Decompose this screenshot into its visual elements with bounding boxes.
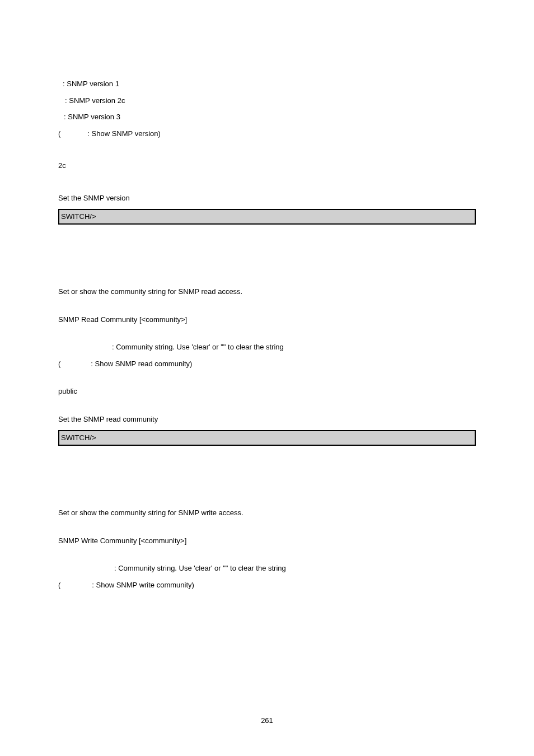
show-read-community-line: (: Show SNMP read community) [58,358,476,370]
default-value-2c: 2c [58,160,476,171]
example-label-set-snmp-version: Set the SNMP version [58,193,476,204]
read-community-syntax: SNMP Read Community [<community>] [58,314,476,325]
read-community-param-desc: : Community string. Use 'clear' or "" to… [58,342,476,353]
default-value-public: public [58,386,476,397]
show-snmp-version-label: : Show SNMP version) [87,129,161,138]
show-write-community-line: (: Show SNMP write community) [58,580,476,591]
community-string-desc-write: : Community string. Use 'clear' or "" to… [114,564,286,572]
document-page: : SNMP version 1 : SNMP version 2c : SNM… [0,0,534,756]
snmp-version-2c-text: : SNMP version 2c [58,95,476,106]
write-community-description: Set or show the community string for SNM… [58,507,476,519]
snmp-version-3-text: : SNMP version 3 [58,111,476,123]
write-community-param-desc: : Community string. Use 'clear' or "" to… [58,563,476,574]
paren-open: ( [58,581,60,589]
paren-open: ( [58,360,60,368]
community-string-desc: : Community string. Use 'clear' or "" to… [112,343,284,351]
code-block-switch-1: SWITCH/> [58,209,476,225]
code-block-switch-2: SWITCH/> [58,430,476,446]
write-community-syntax: SNMP Write Community [<community>] [58,535,476,547]
paren-open: ( [58,129,60,138]
page-number: 261 [0,716,534,725]
show-read-community-label: : Show SNMP read community) [91,360,192,368]
snmp-version-1-text: : SNMP version 1 [58,78,476,90]
read-community-description: Set or show the community string for SNM… [58,286,476,297]
example-label-set-read-community: Set the SNMP read community [58,414,476,425]
show-write-community-label: : Show SNMP write community) [92,581,194,589]
show-snmp-version-text: (: Show SNMP version) [58,128,476,139]
